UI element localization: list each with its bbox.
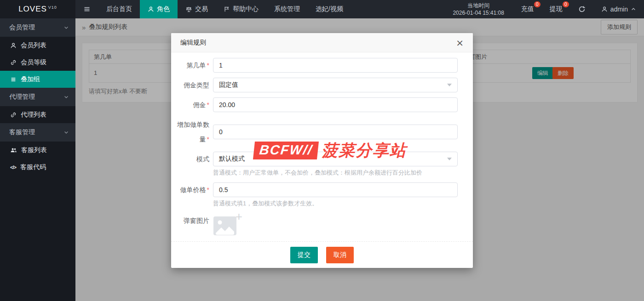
form-row-order-no: 第几单* [171, 58, 458, 73]
users-icon [10, 147, 17, 153]
sidebar-item-member-level-label: 会员等级 [21, 58, 46, 67]
plus-icon: + [236, 210, 242, 222]
sidebar-toggle-button[interactable] [75, 0, 98, 18]
order-price-input[interactable] [213, 182, 458, 197]
order-price-hint: 普通模式填1，叠加模式该参数才生效。 [213, 199, 458, 208]
sidebar-item-member-list[interactable]: 会员列表 [0, 37, 75, 54]
chevron-down-icon [63, 130, 69, 135]
nav-item-help-center-label: 帮助中心 [233, 5, 259, 13]
recharge-badge: 0 [534, 1, 540, 7]
withdraw-badge: 0 [563, 1, 569, 7]
person-icon [148, 6, 154, 12]
page: LOVES V10 后台首页 角色 交易 帮助中心 [0, 0, 644, 301]
flag-icon [224, 6, 230, 12]
mode-select[interactable]: 默认模式 [213, 152, 458, 166]
nav-item-roles-label: 角色 [157, 5, 170, 13]
nav-item-home-label: 后台首页 [106, 5, 132, 13]
code-icon: </> [10, 165, 16, 170]
form-row-commission: 佣金* [171, 97, 458, 112]
refresh-icon [578, 6, 586, 13]
form-row-commission-type: 佣金类型 固定值 [171, 78, 458, 92]
add-order-count-input[interactable] [213, 125, 458, 139]
order-price-label: 做单价格* [171, 182, 209, 197]
submit-button[interactable]: 提交 [290, 247, 318, 263]
add-order-count-label: 增加做单数量* [171, 117, 209, 147]
local-time: 当地时间 2026-01-04 15:41:08 [443, 0, 513, 18]
nav-item-system-label: 系统管理 [274, 5, 300, 13]
sidebar-item-stack-group[interactable]: 叠加组 [0, 71, 75, 88]
nav-item-system[interactable]: 系统管理 [266, 0, 308, 18]
local-time-label: 当地时间 [467, 2, 489, 9]
commission-type-select[interactable]: 固定值 [213, 78, 458, 92]
mode-value: 默认模式 [219, 155, 245, 163]
commission-type-label: 佣金类型 [171, 78, 209, 92]
sidebar-item-support-code-label: 客服代码 [20, 163, 46, 171]
sidebar-item-member-level[interactable]: 会员等级 [0, 54, 75, 71]
form-row-order-price: 做单价格* [171, 182, 458, 197]
order-no-label: 第几单* [171, 58, 209, 73]
sidebar-item-agent-list[interactable]: 代理列表 [0, 106, 75, 123]
sidebar-item-member-list-label: 会员列表 [21, 41, 46, 50]
app-logo-text: LOVES [18, 5, 47, 14]
recharge-button[interactable]: 充值 0 [513, 0, 542, 18]
mode-hint: 普通模式：用户正常做单，不会加价，叠加模式：根据用户余额进行百分比加价 [213, 169, 458, 177]
sidebar-item-support-code[interactable]: </> 客服代码 [0, 159, 75, 176]
required-mark: * [207, 62, 209, 69]
nav-item-trade-label: 交易 [195, 5, 208, 13]
required-mark: * [207, 186, 209, 193]
hamburger-icon [83, 6, 91, 13]
caret-down-icon [447, 84, 452, 86]
withdraw-button[interactable]: 提现 0 [542, 0, 570, 18]
sidebar-section-members[interactable]: 会员管理 [0, 18, 75, 37]
commission-input[interactable] [213, 97, 458, 112]
cancel-button[interactable]: 取消 [326, 247, 354, 263]
modal-header: 编辑规则 × [171, 33, 473, 52]
nav-item-roles[interactable]: 角色 [140, 0, 178, 18]
navbar-right: 当地时间 2026-01-04 15:41:08 充值 0 提现 0 adm [443, 0, 644, 18]
close-icon[interactable]: × [456, 38, 464, 47]
commission-type-value: 固定值 [219, 81, 238, 89]
nav-item-trade[interactable]: 交易 [178, 0, 216, 18]
app-logo-version: V10 [48, 5, 57, 10]
chevron-down-icon [63, 94, 69, 100]
sidebar-section-support-label: 客服管理 [9, 128, 35, 136]
list-icon [10, 76, 17, 83]
sidebar: 会员管理 会员列表 会员等级 叠加组 代理管理 [0, 18, 75, 301]
required-mark: * [207, 136, 209, 143]
person-icon [601, 6, 608, 12]
refresh-button[interactable] [570, 0, 593, 18]
link-icon [10, 112, 17, 118]
sidebar-item-support-list-label: 客服列表 [21, 146, 47, 154]
nav-item-video[interactable]: 选妃/视频 [308, 0, 351, 18]
local-time-value: 2026-01-04 15:41:08 [453, 9, 504, 17]
recharge-label: 充值 [521, 5, 534, 13]
form-row-mode: 模式 默认模式 [171, 152, 458, 166]
modal-title: 编辑规则 [180, 39, 206, 47]
order-no-input[interactable] [213, 58, 458, 73]
link-icon [10, 59, 17, 66]
admin-menu[interactable]: admin [593, 0, 644, 18]
admin-label: admin [610, 6, 628, 13]
popup-image-area: + 删除图片 [213, 213, 243, 241]
image-placeholder-icon [213, 213, 238, 236]
edit-rule-modal: 编辑规则 × 第几单* 佣金类型 固定值 佣金* 增加做单数量* [171, 33, 473, 268]
nav-item-video-label: 选妃/视频 [316, 5, 343, 13]
sidebar-section-agents-label: 代理管理 [9, 93, 35, 101]
person-icon [10, 42, 17, 49]
scales-icon [185, 6, 192, 13]
image-upload-placeholder[interactable]: + [213, 213, 243, 240]
nav-item-home[interactable]: 后台首页 [98, 0, 140, 18]
sidebar-section-support[interactable]: 客服管理 [0, 123, 75, 142]
sidebar-item-support-list[interactable]: 客服列表 [0, 142, 75, 159]
chevron-up-icon [631, 6, 636, 12]
form-row-add-order-count: 增加做单数量* [171, 117, 458, 147]
commission-label: 佣金* [171, 97, 209, 112]
required-mark: * [207, 101, 209, 108]
app-logo[interactable]: LOVES V10 [0, 0, 75, 18]
top-navbar: LOVES V10 后台首页 角色 交易 帮助中心 [0, 0, 644, 18]
modal-footer: 提交 取消 [171, 241, 473, 268]
nav-item-help-center[interactable]: 帮助中心 [216, 0, 266, 18]
sidebar-section-agents[interactable]: 代理管理 [0, 88, 75, 106]
mode-label: 模式 [171, 152, 209, 166]
sidebar-item-agent-list-label: 代理列表 [21, 111, 46, 119]
